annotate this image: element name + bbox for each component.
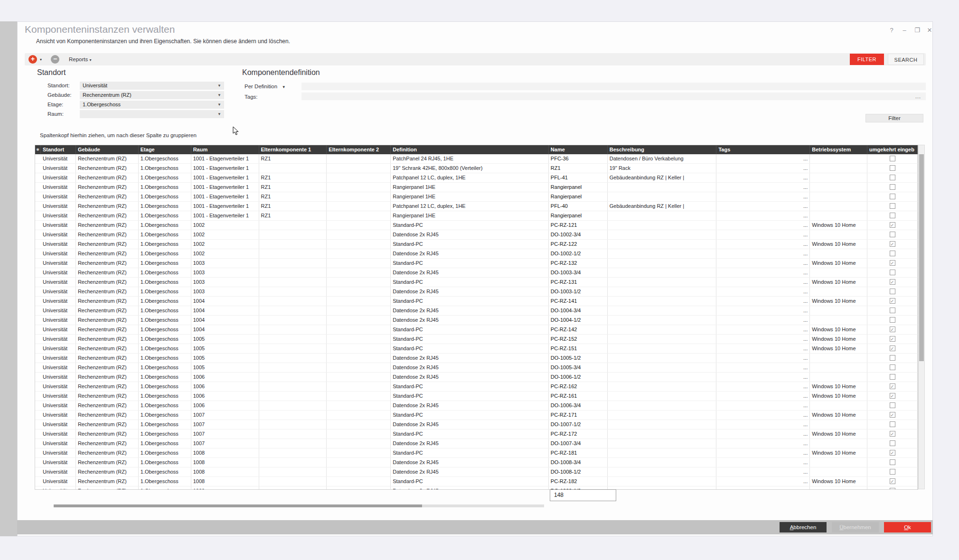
checkbox-unchecked[interactable] bbox=[890, 203, 895, 209]
checkbox-unchecked[interactable] bbox=[890, 469, 895, 475]
tags-ellipsis-button[interactable]: ... bbox=[716, 486, 810, 489]
table-row[interactable]: UniversitätRechenzentrum (RZ)1.Obergesch… bbox=[35, 211, 918, 221]
checkbox-unchecked[interactable] bbox=[890, 156, 895, 161]
column-header-name[interactable]: Name bbox=[549, 145, 608, 154]
minimize-icon[interactable]: – bbox=[899, 26, 910, 35]
table-row[interactable]: UniversitätRechenzentrum (RZ)1.Obergesch… bbox=[35, 306, 918, 316]
tags-ellipsis-button[interactable]: ... bbox=[716, 287, 810, 296]
tags-ellipsis-button[interactable]: ... bbox=[716, 439, 810, 448]
tags-ellipsis-button[interactable]: ... bbox=[716, 467, 810, 476]
checkbox-unchecked[interactable] bbox=[890, 270, 895, 275]
per-definition-field[interactable] bbox=[301, 83, 926, 90]
tags-ellipsis-button[interactable]: ... bbox=[716, 373, 810, 382]
checkbox-checked[interactable]: ✓ bbox=[890, 241, 895, 247]
column-header-tags[interactable]: Tags bbox=[716, 145, 810, 154]
table-row[interactable]: UniversitätRechenzentrum (RZ)1.Obergesch… bbox=[35, 373, 918, 382]
table-row[interactable]: UniversitätRechenzentrum (RZ)1.Obergesch… bbox=[35, 467, 918, 477]
table-row[interactable]: UniversitätRechenzentrum (RZ)1.Obergesch… bbox=[35, 477, 918, 486]
table-row[interactable]: UniversitätRechenzentrum (RZ)1.Obergesch… bbox=[35, 164, 918, 173]
tags-ellipsis-button[interactable]: ... bbox=[915, 93, 921, 99]
checkbox-checked[interactable]: ✓ bbox=[890, 260, 895, 266]
standort-select[interactable]: Universität▼ bbox=[80, 82, 224, 90]
close-icon[interactable]: ✕ bbox=[924, 26, 935, 35]
checkbox-unchecked[interactable] bbox=[890, 355, 895, 361]
tags-ellipsis-button[interactable]: ... bbox=[716, 249, 810, 258]
table-row[interactable]: UniversitätRechenzentrum (RZ)1.Obergesch… bbox=[35, 420, 918, 429]
checkbox-checked[interactable]: ✓ bbox=[890, 327, 895, 332]
checkbox-unchecked[interactable] bbox=[890, 374, 895, 380]
table-row[interactable]: UniversitätRechenzentrum (RZ)1.Obergesch… bbox=[35, 287, 918, 297]
tags-ellipsis-button[interactable]: ... bbox=[716, 297, 810, 306]
checkbox-unchecked[interactable] bbox=[890, 459, 895, 465]
column-header-standort[interactable]: Standort bbox=[41, 145, 76, 154]
checkbox-unchecked[interactable] bbox=[890, 175, 895, 180]
etage-select[interactable]: 1.Obergeschoss▼ bbox=[80, 101, 224, 109]
tags-ellipsis-button[interactable]: ... bbox=[716, 401, 810, 410]
table-row[interactable]: UniversitätRechenzentrum (RZ)1.Obergesch… bbox=[35, 363, 918, 373]
checkbox-unchecked[interactable] bbox=[890, 421, 895, 427]
add-dropdown-chevron-icon[interactable]: ▾ bbox=[40, 57, 42, 62]
column-header-etage[interactable]: Etage bbox=[139, 145, 191, 154]
tags-ellipsis-button[interactable]: ... bbox=[716, 202, 810, 211]
gebaeude-select[interactable]: Rechenzentrum (RZ)▼ bbox=[80, 91, 224, 99]
row-count-field[interactable]: 148 bbox=[550, 489, 616, 501]
table-row[interactable]: UniversitätRechenzentrum (RZ)1.Obergesch… bbox=[35, 183, 918, 192]
table-row[interactable]: UniversitätRechenzentrum (RZ)1.Obergesch… bbox=[35, 249, 918, 259]
add-button[interactable]: + bbox=[28, 55, 37, 64]
checkbox-unchecked[interactable] bbox=[890, 251, 895, 256]
tags-ellipsis-button[interactable]: ... bbox=[716, 382, 810, 391]
tags-ellipsis-button[interactable]: ... bbox=[716, 429, 810, 439]
checkbox-checked[interactable]: ✓ bbox=[890, 383, 895, 389]
tags-ellipsis-button[interactable]: ... bbox=[716, 259, 810, 268]
checkbox-unchecked[interactable] bbox=[890, 488, 895, 489]
table-row[interactable]: UniversitätRechenzentrum (RZ)1.Obergesch… bbox=[35, 259, 918, 268]
tags-ellipsis-button[interactable]: ... bbox=[716, 268, 810, 277]
table-row[interactable]: UniversitätRechenzentrum (RZ)1.Obergesch… bbox=[35, 335, 918, 344]
table-row[interactable]: UniversitätRechenzentrum (RZ)1.Obergesch… bbox=[35, 278, 918, 287]
checkbox-checked[interactable]: ✓ bbox=[890, 222, 895, 228]
tags-ellipsis-button[interactable]: ... bbox=[716, 325, 810, 334]
tags-ellipsis-button[interactable]: ... bbox=[716, 316, 810, 325]
tags-ellipsis-button[interactable]: ... bbox=[716, 363, 810, 372]
checkbox-checked[interactable]: ✓ bbox=[890, 279, 895, 285]
restore-icon[interactable]: ❐ bbox=[912, 26, 922, 35]
checkbox-unchecked[interactable] bbox=[890, 402, 895, 408]
tags-ellipsis-button[interactable]: ... bbox=[716, 448, 810, 457]
vertical-scrollbar[interactable] bbox=[918, 145, 925, 489]
checkbox-checked[interactable]: ✓ bbox=[890, 393, 895, 399]
table-row[interactable]: UniversitätRechenzentrum (RZ)1.Obergesch… bbox=[35, 439, 918, 448]
raum-select[interactable]: ▼ bbox=[80, 110, 224, 118]
checkbox-checked[interactable]: ✓ bbox=[890, 450, 895, 456]
tags-ellipsis-button[interactable]: ... bbox=[716, 344, 810, 353]
checkbox-checked[interactable]: ✓ bbox=[890, 478, 895, 484]
checkbox-checked[interactable]: ✓ bbox=[890, 412, 895, 418]
table-row[interactable]: UniversitätRechenzentrum (RZ)1.Obergesch… bbox=[35, 192, 918, 202]
table-row[interactable]: UniversitätRechenzentrum (RZ)1.Obergesch… bbox=[35, 240, 918, 249]
tags-ellipsis-button[interactable]: ... bbox=[716, 164, 810, 173]
table-row[interactable]: UniversitätRechenzentrum (RZ)1.Obergesch… bbox=[35, 448, 918, 458]
table-row[interactable]: UniversitätRechenzentrum (RZ)1.Obergesch… bbox=[35, 325, 918, 335]
checkbox-unchecked[interactable] bbox=[890, 184, 895, 190]
search-tab-button[interactable]: SEARCH bbox=[888, 54, 924, 65]
checkbox-unchecked[interactable] bbox=[890, 317, 895, 323]
checkbox-checked[interactable]: ✓ bbox=[890, 431, 895, 437]
table-row[interactable]: UniversitätRechenzentrum (RZ)1.Obergesch… bbox=[35, 173, 918, 183]
table-row[interactable]: UniversitätRechenzentrum (RZ)1.Obergesch… bbox=[35, 316, 918, 325]
checkbox-checked[interactable]: ✓ bbox=[890, 298, 895, 304]
column-header-gebaude[interactable]: Gebäude bbox=[76, 145, 139, 154]
column-header-beschreibung[interactable]: Beschreibung bbox=[608, 145, 717, 154]
checkbox-unchecked[interactable] bbox=[890, 165, 895, 171]
tags-ellipsis-button[interactable]: ... bbox=[716, 411, 810, 420]
help-icon[interactable]: ? bbox=[886, 26, 897, 35]
table-row[interactable]: UniversitätRechenzentrum (RZ)1.Obergesch… bbox=[35, 268, 918, 278]
tags-ellipsis-button[interactable]: ... bbox=[716, 173, 810, 182]
tags-ellipsis-button[interactable]: ... bbox=[716, 230, 810, 239]
tags-ellipsis-button[interactable]: ... bbox=[716, 477, 810, 486]
table-row[interactable]: UniversitätRechenzentrum (RZ)1.Obergesch… bbox=[35, 344, 918, 354]
filter-tab-button[interactable]: FILTER bbox=[850, 54, 884, 65]
column-header-raum[interactable]: Raum bbox=[191, 145, 259, 154]
tags-ellipsis-button[interactable]: ... bbox=[716, 154, 810, 163]
table-row[interactable]: UniversitätRechenzentrum (RZ)1.Obergesch… bbox=[35, 221, 918, 230]
apply-filter-button[interactable]: Filter bbox=[865, 114, 923, 122]
table-row[interactable]: UniversitätRechenzentrum (RZ)1.Obergesch… bbox=[35, 202, 918, 211]
